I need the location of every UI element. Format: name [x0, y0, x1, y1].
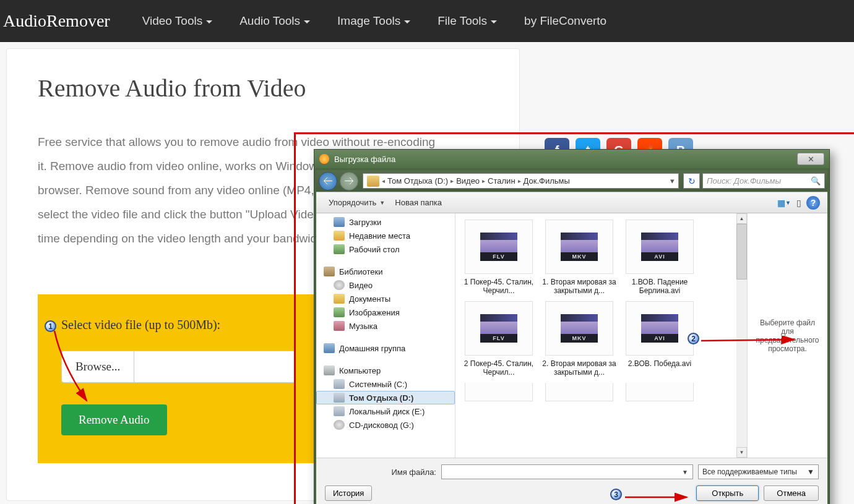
brand[interactable]: AudioRemover [0, 11, 129, 31]
file-item[interactable] [619, 383, 700, 405]
file-type-filter[interactable]: Все поддерживаемые типы▼ [698, 464, 819, 479]
caret-down-icon [206, 20, 212, 23]
cancel-button[interactable]: Отмена [764, 485, 819, 501]
view-mode-button[interactable]: ▦ ▼ [777, 196, 791, 210]
remove-audio-button[interactable]: Remove Audio [61, 404, 167, 435]
preview-pane: Выберите файл для предварительного просм… [747, 213, 827, 458]
close-button[interactable]: ✕ [797, 153, 824, 165]
file-open-dialog: Выгрузка файла ✕ 🡠 🡢 ◂ Том Отдыха (D:)▸ … [314, 149, 830, 504]
back-button[interactable]: 🡠 [319, 172, 337, 190]
help-button[interactable]: ? [806, 196, 820, 210]
scrollbar[interactable]: ▲▼ [736, 213, 747, 458]
organize-menu[interactable]: Упорядочить ▼ [324, 196, 390, 209]
tree-homegroup[interactable]: Домашняя группа [316, 341, 455, 355]
tree-drive-e[interactable]: Локальный диск (E:) [316, 404, 455, 418]
tree-recent[interactable]: Недавние места [316, 229, 455, 242]
dialog-nav: 🡠 🡢 ◂ Том Отдыха (D:)▸ Видео▸ Сталин▸ До… [316, 170, 827, 192]
dialog-title: Выгрузка файла [334, 155, 797, 164]
tree-video[interactable]: Видео [316, 278, 455, 292]
dialog-toolbar: Упорядочить ▼ Новая папка ▦ ▼ ▯ ? [316, 192, 827, 213]
page-title: Remove Audio from Video [38, 74, 488, 103]
upload-panel: Select video file (up to 500Mb): Browse.… [38, 294, 319, 463]
new-folder-button[interactable]: Новая папка [390, 196, 447, 209]
select-file-label: Select video file (up to 500Mb): [61, 318, 296, 332]
firefox-icon [319, 154, 329, 164]
open-button[interactable]: Открыть [696, 485, 759, 501]
tree-libraries[interactable]: Библиотеки [316, 265, 455, 278]
nav-image-tools[interactable]: Image Tools [324, 14, 424, 28]
forward-button[interactable]: 🡢 [340, 172, 358, 190]
file-item[interactable] [459, 383, 539, 405]
file-name-field[interactable] [134, 351, 296, 383]
file-item[interactable]: FLV2 Покер-45. Сталин, Черчил... [459, 301, 539, 377]
filename-input[interactable]: ▼ [441, 464, 693, 479]
caret-down-icon [404, 20, 410, 23]
file-item[interactable]: FLV1 Покер-45. Сталин, Черчил... [459, 220, 539, 295]
tree-documents[interactable]: Документы [316, 292, 455, 305]
address-dropdown-icon[interactable]: ▾ [668, 176, 677, 186]
nav-video-tools[interactable]: Video Tools [129, 14, 226, 28]
dialog-titlebar[interactable]: Выгрузка файла ✕ [314, 150, 829, 168]
annotation-marker-2: 2 [688, 333, 699, 344]
folder-icon [367, 176, 379, 187]
nav-file-tools[interactable]: File Tools [424, 14, 511, 28]
tree-computer[interactable]: Компьютер [316, 364, 455, 377]
history-button[interactable]: История [325, 485, 372, 501]
file-item[interactable] [539, 383, 619, 405]
filename-label: Имя файла: [325, 468, 436, 477]
nav-audio-tools[interactable]: Audio Tools [226, 14, 324, 28]
annotation-marker-1: 1 [45, 320, 56, 332]
tree-downloads[interactable]: Загрузки [316, 215, 455, 229]
nav-by-fileconverto[interactable]: by FileConverto [511, 14, 620, 28]
annotation-marker-3: 3 [610, 489, 622, 500]
tree-drive-cd[interactable]: CD-дисковод (G:) [316, 418, 455, 432]
caret-down-icon [491, 20, 497, 23]
tree-images[interactable]: Изображения [316, 305, 455, 319]
search-icon[interactable]: 🔍 [811, 176, 821, 186]
file-list[interactable]: FLV1 Покер-45. Сталин, Черчил... MKV1. В… [455, 213, 747, 458]
dialog-footer: Имя файла: ▼ Все поддерживаемые типы▼ Ис… [316, 458, 827, 504]
file-item[interactable]: MKV1. Вторая мировая за закрытыми д... [539, 220, 619, 295]
top-navbar: AudioRemover Video Tools Audio Tools Ima… [0, 0, 854, 42]
file-item[interactable]: MKV2. Вторая мировая за закрытыми д... [539, 301, 619, 377]
tree-music[interactable]: Музыка [316, 319, 455, 333]
caret-down-icon [304, 20, 310, 23]
tree-desktop[interactable]: Рабочий стол [316, 242, 455, 256]
search-input[interactable]: Поиск: Док.Фильмы 🔍 [702, 173, 825, 189]
browse-button[interactable]: Browse... [61, 351, 134, 383]
tree-drive-d[interactable]: Том Отдыха (D:) [316, 391, 455, 404]
folder-tree[interactable]: Загрузки Недавние места Рабочий стол Биб… [316, 213, 455, 458]
address-bar[interactable]: ◂ Том Отдыха (D:)▸ Видео▸ Сталин▸ Док.Фи… [363, 173, 679, 189]
preview-pane-button[interactable]: ▯ [791, 196, 806, 210]
file-item[interactable]: AVI1.ВОВ. Падение Берлина.avi [619, 220, 700, 295]
refresh-button[interactable]: ↻ [683, 173, 700, 189]
tree-drive-c[interactable]: Системный (C:) [316, 377, 455, 391]
